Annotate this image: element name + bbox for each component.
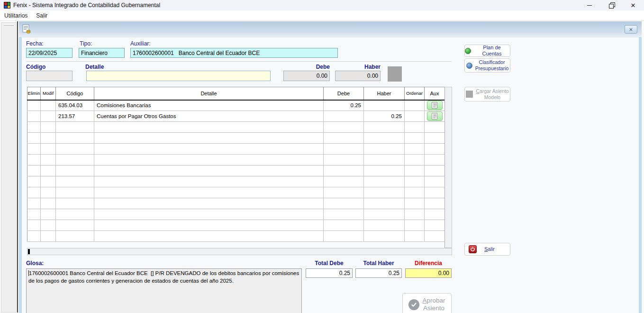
clasificador-presupuestario-button[interactable]: Clasificador Presupuestario — [464, 58, 510, 73]
app-icon — [4, 2, 10, 9]
diferencia-label: Diferencia — [405, 260, 452, 267]
debe-label: Debe — [283, 64, 330, 70]
window-title: Fenix - Sistema Integrado de Contabilida… — [13, 2, 160, 9]
add-entry-button[interactable] — [388, 66, 402, 82]
col-header-haber: Haber — [364, 87, 405, 100]
title-bar: Fenix - Sistema Integrado de Contabilida… — [0, 0, 644, 10]
menu-salir[interactable]: Salir — [32, 10, 52, 20]
glosa-text: 1760002600001 Banco Central del Ecuador … — [28, 270, 300, 284]
check-circle-icon — [408, 299, 419, 310]
entry-table-body: 635.04.03 Comisiones Bancarias 0.25 — [27, 100, 445, 242]
detalle-label: Detalle — [85, 64, 104, 70]
col-header-elimin: Elimin — [27, 87, 41, 100]
tipo-input[interactable]: Financiero — [79, 48, 125, 58]
total-haber-label: Total Haber — [355, 260, 402, 267]
close-icon: ✕ — [631, 2, 636, 9]
aprobar-asiento-button[interactable]: Aprobar Asiento — [402, 293, 452, 313]
menu-bar: Utilitarios Salir — [0, 10, 644, 21]
green-sphere-icon — [465, 48, 471, 54]
total-debe-label: Total Debe — [306, 260, 353, 267]
gray-square-icon — [466, 91, 473, 98]
entry-row-empty — [27, 155, 445, 166]
entry-row-empty — [27, 122, 445, 133]
auxiliar-label: Auxiliar: — [130, 40, 151, 47]
cargar-asiento-modelo-button[interactable]: Cargar Asiento Modelo — [464, 87, 510, 101]
col-header-modif: Modif — [41, 87, 56, 100]
aux-detail-button[interactable] — [427, 111, 443, 121]
asiento-close-button[interactable]: ✕ — [625, 25, 637, 34]
entry-row-empty — [27, 187, 445, 198]
journal-entry-icon — [22, 24, 31, 34]
document-icon — [432, 113, 437, 120]
entry-row-empty — [27, 144, 445, 155]
entry-row-empty — [27, 133, 445, 144]
fecha-input[interactable]: 22/09/2025 — [26, 48, 73, 58]
glosa-textarea[interactable]: 1760002600001 Banco Central del Ecuador … — [26, 268, 302, 313]
restore-icon — [609, 3, 614, 8]
grid-cursor-marker — [28, 249, 30, 254]
auxiliar-input[interactable]: 1760002600001 Banco Central del Ecuador … — [130, 48, 338, 58]
debe-input[interactable]: 0.00 — [283, 71, 330, 81]
col-header-aux: Aux — [425, 87, 445, 100]
power-icon — [469, 245, 477, 253]
application-window: Fenix - Sistema Integrado de Contabilida… — [0, 0, 644, 313]
asiento-window: ✕ Fecha: 22/09/2025 Tipo: Financiero Aux… — [19, 21, 642, 313]
aux-detail-button[interactable] — [427, 101, 443, 110]
document-icon — [432, 102, 437, 109]
total-debe-value: 0.25 — [306, 268, 353, 278]
plan-de-cuentas-button[interactable]: Plan de Cuentas — [464, 45, 510, 57]
entry-row-empty — [27, 198, 445, 209]
col-header-debe: Debe — [324, 87, 364, 100]
side-panel — [1, 22, 17, 313]
col-header-codigo: Código — [56, 87, 94, 100]
detalle-input[interactable] — [86, 71, 271, 81]
entry-row-empty — [27, 166, 445, 176]
asiento-form: Fecha: 22/09/2025 Tipo: Financiero Auxil… — [22, 37, 639, 313]
mdi-workspace: ✕ Fecha: 22/09/2025 Tipo: Financiero Aux… — [0, 21, 644, 313]
entry-row-empty — [27, 209, 445, 220]
panel-handle[interactable] — [4, 24, 14, 26]
entry-row-empty — [27, 231, 445, 242]
salir-button[interactable]: Salir — [464, 243, 510, 256]
fecha-label: Fecha: — [26, 40, 44, 47]
haber-label: Haber — [335, 64, 381, 70]
entries-grid: Elimin Modif Código Detalle Debe Haber O… — [27, 87, 452, 242]
glosa-label: Glosa: — [26, 260, 44, 267]
minimize-icon — [587, 5, 592, 6]
asiento-window-header: ✕ — [19, 21, 642, 37]
asiento-close-icon: ✕ — [629, 27, 633, 32]
codigo-label: Código — [26, 64, 45, 70]
haber-input[interactable]: 0.00 — [335, 71, 381, 81]
entry-row[interactable]: 635.04.03 Comisiones Bancarias 0.25 — [27, 100, 445, 111]
entry-row-empty — [27, 220, 445, 231]
blue-sphere-icon — [466, 63, 472, 69]
grid-horizontal-scrollbar[interactable] — [27, 248, 452, 255]
tipo-label: Tipo: — [80, 40, 92, 47]
col-header-detalle: Detalle — [94, 87, 324, 100]
total-haber-value: 0.25 — [355, 268, 402, 278]
menu-utilitarios[interactable]: Utilitarios — [0, 10, 32, 20]
grid-vertical-scrollbar[interactable] — [444, 87, 452, 248]
minimize-button[interactable] — [579, 0, 600, 10]
col-header-ordenar: Ordenar — [405, 87, 425, 100]
splitter-bar[interactable] — [17, 21, 18, 313]
codigo-input[interactable] — [26, 71, 73, 81]
separator-line — [26, 61, 452, 62]
close-button[interactable]: ✕ — [622, 0, 644, 10]
entry-row-empty — [27, 176, 445, 187]
diferencia-value: 0.00 — [405, 268, 452, 278]
restore-button[interactable] — [600, 0, 622, 10]
entry-row[interactable]: 213.57 Cuentas por Pagar Otros Gastos 0.… — [27, 111, 445, 122]
